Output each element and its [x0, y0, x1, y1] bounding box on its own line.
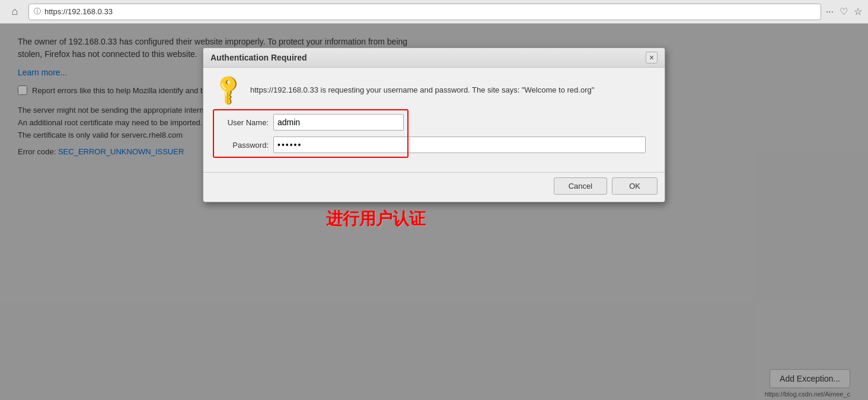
auth-dialog-buttons: Cancel OK — [203, 172, 665, 202]
auth-dialog-body: 🔑 https://192.168.0.33 is requesting you… — [203, 68, 665, 172]
address-bar[interactable]: ⓘ https://192.168.0.33 — [28, 4, 821, 20]
modal-overlay: Authentication Required × 🔑 https://192.… — [0, 24, 868, 400]
password-input[interactable] — [273, 136, 646, 153]
auth-message: https://192.168.0.33 is requesting your … — [250, 85, 653, 94]
star-icon[interactable]: ☆ — [854, 6, 862, 17]
overflow-menu-icon[interactable]: ··· — [826, 7, 834, 17]
key-icon: 🔑 — [210, 71, 247, 108]
home-icon: ⌂ — [12, 5, 18, 18]
annotation-text: 进行用户认证 — [326, 208, 426, 230]
url-text: https://192.168.0.33 — [44, 7, 113, 16]
auth-fields: User Name: Password: — [215, 114, 653, 153]
home-button[interactable]: ⌂ — [6, 3, 24, 21]
auth-dialog-title: Authentication Required — [210, 53, 307, 62]
auth-dialog-titlebar: Authentication Required × — [203, 48, 665, 68]
browser-chrome: ⌂ ⓘ https://192.168.0.33 ··· ♡ ☆ — [0, 0, 868, 24]
auth-info-row: 🔑 https://192.168.0.33 is requesting you… — [215, 77, 653, 102]
info-icon: ⓘ — [34, 7, 41, 17]
username-input[interactable] — [273, 114, 404, 131]
browser-right-icons: ··· ♡ ☆ — [826, 6, 862, 17]
auth-dialog: Authentication Required × 🔑 https://192.… — [203, 47, 665, 202]
password-row: Password: — [215, 136, 653, 153]
username-row: User Name: — [215, 114, 653, 131]
username-label: User Name: — [215, 118, 269, 127]
bookmark-icon[interactable]: ♡ — [840, 6, 848, 17]
password-label: Password: — [215, 141, 269, 150]
ok-button[interactable]: OK — [612, 177, 658, 195]
main-content: The owner of 192.168.0.33 has configured… — [0, 24, 868, 400]
auth-dialog-close-button[interactable]: × — [646, 52, 658, 64]
cancel-button[interactable]: Cancel — [554, 177, 607, 195]
